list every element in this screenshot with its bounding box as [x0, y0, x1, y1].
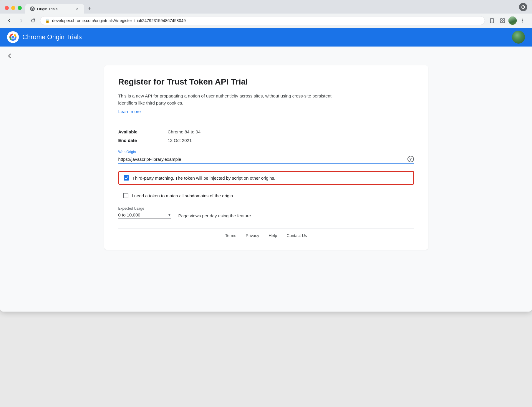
svg-point-13: [11, 36, 14, 39]
site-logo-area: Chrome Origin Trials: [7, 31, 82, 43]
minimize-button[interactable]: [11, 6, 15, 10]
end-date-value: 13 Oct 2021: [168, 138, 192, 143]
bookmark-button[interactable]: [487, 16, 497, 25]
site-user-avatar[interactable]: [512, 31, 525, 44]
end-date-row: End date 13 Oct 2021: [118, 138, 414, 143]
address-text: developer.chrome.com/origintrials/#/regi…: [52, 18, 480, 23]
usage-dropdown[interactable]: 0 to 10,000 ▼: [118, 212, 171, 219]
title-bar: Origin Trials ✕ +: [0, 0, 532, 14]
learn-more-link[interactable]: Learn more: [118, 109, 141, 114]
nav-bar: 🔒 developer.chrome.com/origintrials/#/re…: [0, 14, 532, 28]
dropdown-arrow-icon: ▼: [168, 213, 171, 217]
browser-menu-button[interactable]: [518, 16, 527, 25]
forward-nav-button[interactable]: [16, 16, 26, 25]
chrome-logo-icon: [7, 31, 19, 43]
subdomain-label: I need a token to match all subdomains o…: [132, 193, 234, 198]
svg-rect-4: [500, 19, 502, 20]
third-party-checkbox-row: Third-party matching. The token will be …: [118, 171, 414, 185]
end-date-label: End date: [118, 138, 154, 143]
available-value: Chrome 84 to 94: [168, 129, 201, 134]
subdomain-checkbox-row: I need a token to match all subdomains o…: [118, 189, 414, 202]
tab-title: Origin Trials: [37, 7, 72, 11]
browser-menu-icon[interactable]: [519, 3, 527, 11]
help-icon[interactable]: ?: [407, 156, 414, 162]
available-row: Available Chrome 84 to 94: [118, 129, 414, 134]
usage-desc: Page views per day using the feature: [178, 213, 251, 218]
svg-point-8: [522, 19, 523, 20]
card-description: This is a new API for propagating a noti…: [118, 92, 348, 107]
usage-value: 0 to 10,000: [118, 212, 168, 217]
back-nav-button[interactable]: [5, 16, 14, 25]
tab-globe-icon: [30, 6, 35, 11]
svg-point-9: [522, 20, 523, 21]
contact-us-link[interactable]: Contact Us: [286, 233, 307, 238]
svg-rect-7: [503, 21, 505, 23]
web-origin-label: Web Origin: [118, 150, 414, 154]
usage-row: 0 to 10,000 ▼ Page views per day using t…: [118, 212, 414, 219]
help-link[interactable]: Help: [269, 233, 277, 238]
web-origin-input[interactable]: [118, 157, 407, 162]
tab-close-button[interactable]: ✕: [75, 6, 79, 11]
user-avatar-small[interactable]: [508, 16, 517, 25]
usage-label: Expected Usage: [118, 206, 414, 211]
web-origin-field: Web Origin ?: [118, 150, 414, 164]
site-title: Chrome Origin Trials: [22, 33, 82, 41]
card-footer: Terms Privacy Help Contact Us: [118, 228, 414, 238]
terms-link[interactable]: Terms: [225, 233, 236, 238]
svg-rect-5: [503, 19, 505, 20]
web-origin-input-wrapper: ?: [118, 156, 414, 164]
registration-card: Register for Trust Token API Trial This …: [104, 65, 428, 250]
third-party-checkbox[interactable]: [124, 175, 129, 181]
extensions-button[interactable]: [498, 16, 507, 25]
new-tab-button[interactable]: +: [85, 4, 94, 12]
info-grid: Available Chrome 84 to 94 End date 13 Oc…: [118, 129, 414, 143]
active-tab[interactable]: Origin Trials ✕: [25, 4, 84, 14]
traffic-lights: [5, 6, 22, 14]
reload-button[interactable]: [28, 16, 38, 25]
subdomain-checkbox[interactable]: [123, 193, 128, 198]
browser-window: Origin Trials ✕ +: [0, 0, 532, 312]
usage-section: Expected Usage 0 to 10,000 ▼ Page views …: [118, 206, 414, 219]
lock-icon: 🔒: [45, 19, 50, 23]
maximize-button[interactable]: [18, 6, 22, 10]
svg-rect-6: [500, 21, 502, 23]
site-header: Chrome Origin Trials: [0, 28, 532, 47]
page-content: Register for Trust Token API Trial This …: [0, 47, 532, 312]
privacy-link[interactable]: Privacy: [246, 233, 259, 238]
address-bar[interactable]: 🔒 developer.chrome.com/origintrials/#/re…: [40, 16, 485, 25]
tab-bar: Origin Trials ✕ +: [25, 4, 519, 14]
card-title: Register for Trust Token API Trial: [118, 77, 414, 87]
close-button[interactable]: [5, 6, 9, 10]
nav-actions: [487, 16, 527, 25]
page-back-button[interactable]: [7, 51, 16, 61]
svg-point-10: [522, 22, 523, 23]
available-label: Available: [118, 129, 154, 134]
third-party-label: Third-party matching. The token will be …: [132, 176, 276, 181]
